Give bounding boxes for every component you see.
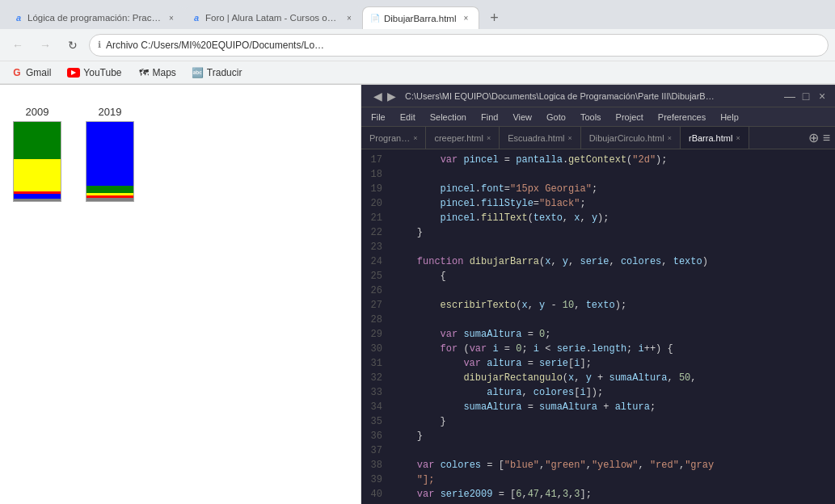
editor-tab-4-label: DibujarCirculo.html [589, 133, 664, 143]
bookmarks-bar: G Gmail ▶ YouTube 🗺 Maps 🔤 Traducir [0, 61, 835, 84]
code-content[interactable]: var pincel = pantalla.getContext("2d"); … [387, 149, 835, 504]
tab-bar: a Lógica de programación: Practic… × a F… [0, 0, 835, 29]
chart-2009: 2009 [13, 106, 61, 202]
editor-tab-2[interactable]: creeper.html × [426, 127, 500, 149]
reload-button[interactable]: ↻ [61, 34, 84, 57]
editor-minimize-btn[interactable]: — [783, 90, 796, 103]
bar-2019-seg-green [86, 186, 133, 193]
menu-project[interactable]: Project [609, 111, 650, 124]
editor-tab-2-label: creeper.html [434, 133, 483, 143]
address-text: Archivo C:/Users/MI%20EQUIPO/Documents/L… [106, 40, 820, 51]
menu-file[interactable]: File [365, 111, 392, 124]
menu-goto[interactable]: Goto [540, 111, 572, 124]
tab-title-1: Lógica de programación: Practic… [27, 13, 162, 23]
menu-help[interactable]: Help [714, 111, 745, 124]
chart-container: 2009 2019 [13, 106, 348, 202]
editor-tabs-nav: ◀ ▶ [371, 90, 399, 103]
browser-chrome: a Lógica de programación: Practic… × a F… [0, 0, 835, 85]
menu-selection[interactable]: Selection [424, 111, 473, 124]
bookmark-youtube[interactable]: ▶ YouTube [62, 65, 126, 80]
tab-2[interactable]: a Foro | Alura Latam - Cursos onlin… × [184, 6, 362, 29]
bookmark-maps[interactable]: 🗺 Maps [133, 65, 181, 80]
editor-tab-4[interactable]: DibujarCirculo.html × [581, 127, 681, 149]
tab-favicon-1: a [13, 12, 24, 23]
tab-title-3: DibujarBarra.html [384, 14, 456, 23]
tab-close-1[interactable]: × [165, 11, 178, 24]
bookmark-youtube-label: YouTube [83, 67, 121, 78]
editor-body: 17 18 19 20 21 22 23 24 25 26 27 28 29 3… [361, 149, 835, 504]
chart-2019: 2019 [86, 106, 134, 202]
tab-favicon-3: 📄 [369, 13, 381, 24]
forward-button[interactable]: → [34, 34, 57, 57]
bar-2019-seg-blue [86, 122, 133, 186]
editor-tab-2-close[interactable]: × [487, 134, 491, 142]
editor-tabs: Progran… × creeper.html × Escuadra.html … [361, 127, 835, 149]
editor-tab-5-label: rBarra.html [689, 133, 732, 143]
chart-2019-bars [86, 121, 134, 202]
editor-add-tab-btn[interactable]: ⊕ ≡ [803, 130, 835, 145]
tab-close-3[interactable]: × [459, 12, 472, 25]
editor-tab-3[interactable]: Escuadra.html × [500, 127, 581, 149]
editor-maximize-btn[interactable]: □ [799, 90, 812, 103]
gmail-icon: G [11, 67, 23, 78]
address-info-icon: ℹ [98, 40, 101, 50]
bookmark-maps-label: Maps [153, 67, 176, 78]
editor-tab-1-close[interactable]: × [413, 134, 417, 142]
tab-favicon-2: a [191, 12, 202, 23]
editor-title-bar: ◀ ▶ C:\Users\MI EQUIPO\Documents\Logica … [361, 85, 835, 107]
bar-2009-seg-green [14, 122, 61, 159]
bar-2009-seg-gray [14, 199, 61, 201]
menu-tools[interactable]: Tools [574, 111, 608, 124]
editor-title-text: C:\Users\MI EQUIPO\Documents\Logica de P… [405, 91, 783, 101]
editor-tab-5-close[interactable]: × [736, 134, 740, 142]
chart-2009-bars [13, 121, 61, 202]
menu-edit[interactable]: Edit [394, 111, 422, 124]
bookmark-gmail[interactable]: G Gmail [6, 65, 56, 80]
menu-find[interactable]: Find [474, 111, 504, 124]
editor-menu-bar: File Edit Selection Find View Goto Tools… [361, 107, 835, 127]
bar-2019-seg-gray [86, 198, 133, 201]
new-tab-button[interactable]: + [483, 6, 505, 29]
line-numbers: 17 18 19 20 21 22 23 24 25 26 27 28 29 3… [361, 149, 387, 504]
bookmark-translate-label: Traducir [207, 67, 242, 78]
chart-2019-label: 2019 [99, 106, 122, 118]
editor-tab-3-label: Escuadra.html [508, 133, 564, 143]
tab-3[interactable]: 📄 DibujarBarra.html × [362, 6, 479, 29]
editor-prev-tab-btn[interactable]: ◀ [371, 90, 385, 103]
code-editor: ◀ ▶ C:\Users\MI EQUIPO\Documents\Logica … [361, 85, 835, 504]
nav-bar: ← → ↻ ℹ Archivo C:/Users/MI%20EQUIPO/Doc… [0, 29, 835, 61]
bookmark-translate[interactable]: 🔤 Traducir [188, 65, 247, 80]
bookmark-gmail-label: Gmail [26, 67, 51, 78]
back-button[interactable]: ← [6, 34, 29, 57]
editor-tab-5[interactable]: rBarra.html × [681, 127, 749, 149]
tab-close-2[interactable]: × [343, 11, 356, 24]
browser-page: 2009 2019 [0, 85, 361, 504]
maps-icon: 🗺 [138, 67, 150, 78]
tab-title-2: Foro | Alura Latam - Cursos onlin… [205, 13, 339, 23]
editor-window-controls: — □ × [783, 90, 829, 103]
translate-icon: 🔤 [192, 67, 204, 78]
editor-tab-4-close[interactable]: × [668, 134, 672, 142]
address-bar[interactable]: ℹ Archivo C:/Users/MI%20EQUIPO/Documents… [89, 34, 829, 57]
chart-2009-label: 2009 [26, 106, 49, 118]
editor-close-btn[interactable]: × [816, 90, 829, 103]
editor-tab-1-label: Progran… [369, 133, 410, 143]
main-area: 2009 2019 [0, 85, 835, 504]
editor-next-tab-btn[interactable]: ▶ [385, 90, 399, 103]
editor-tab-1[interactable]: Progran… × [361, 127, 426, 149]
youtube-icon: ▶ [67, 68, 80, 78]
editor-tab-3-close[interactable]: × [568, 134, 572, 142]
bar-2009-seg-yellow [14, 159, 61, 191]
menu-preferences[interactable]: Preferences [652, 111, 712, 124]
tab-1[interactable]: a Lógica de programación: Practic… × [6, 6, 184, 29]
menu-view[interactable]: View [506, 111, 538, 124]
